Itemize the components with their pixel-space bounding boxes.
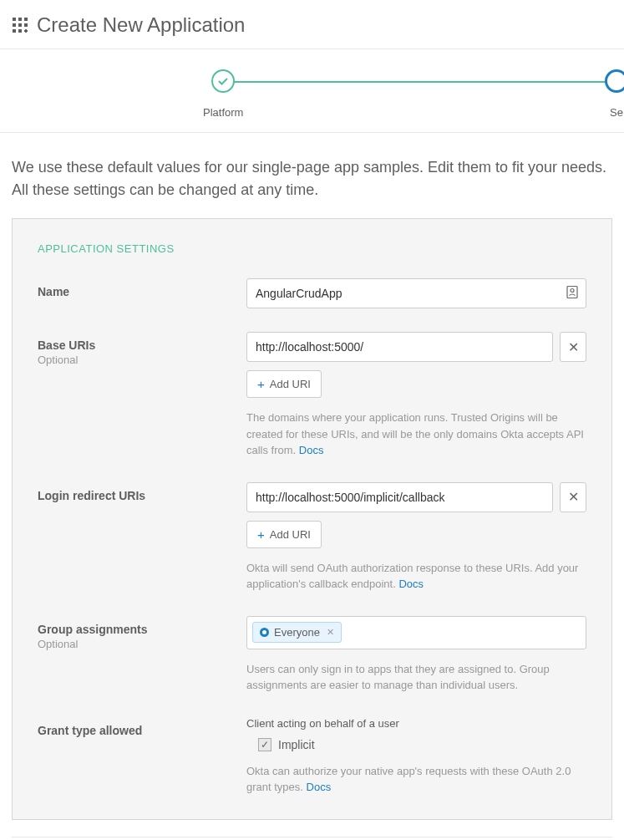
step-label: Platform xyxy=(203,106,243,119)
check-icon xyxy=(211,69,235,93)
plus-icon: + xyxy=(257,527,265,542)
checkbox-checked-icon[interactable]: ✓ xyxy=(258,738,271,751)
step-connector xyxy=(226,81,624,83)
sublabel-optional: Optional xyxy=(38,638,246,650)
svg-rect-6 xyxy=(13,29,16,33)
label-name: Name xyxy=(38,285,246,298)
plus-icon: + xyxy=(257,377,265,391)
wizard-footer: Previous Cancel Done xyxy=(12,837,612,841)
close-icon: ✕ xyxy=(568,489,579,505)
row-login-redirect: Login redirect URIs ✕ + Add URI Okta wil… xyxy=(38,482,586,593)
svg-rect-2 xyxy=(24,18,28,21)
group-chip-input[interactable]: Everyone ✕ xyxy=(246,616,586,649)
help-group-assignments: Users can only sign in to apps that they… xyxy=(246,661,586,694)
row-grant-type: Grant type allowed Client acting on beha… xyxy=(38,717,586,796)
add-base-uri-button[interactable]: + Add URI xyxy=(246,370,322,398)
step-settings: Se xyxy=(605,69,624,119)
help-base-uris: The domains where your application runs.… xyxy=(246,410,586,459)
row-base-uris: Base URIs Optional ✕ + Add URI The domai… xyxy=(38,332,586,459)
wizard-stepper: Platform Se xyxy=(0,49,624,133)
row-group-assignments: Group assignments Optional Everyone ✕ Us… xyxy=(38,616,586,694)
sublabel-optional: Optional xyxy=(38,354,246,366)
svg-rect-5 xyxy=(24,23,28,27)
login-redirect-input[interactable] xyxy=(246,482,553,512)
add-uri-label: Add URI xyxy=(270,378,311,390)
step-circle-active xyxy=(605,69,624,93)
svg-rect-7 xyxy=(18,29,22,33)
add-redirect-uri-button[interactable]: + Add URI xyxy=(246,521,322,548)
chip-everyone[interactable]: Everyone ✕ xyxy=(252,622,342,643)
label-group-assignments: Group assignments xyxy=(38,623,246,636)
svg-rect-0 xyxy=(13,18,16,21)
radio-dot-icon xyxy=(260,628,269,637)
page-title: Create New Application xyxy=(37,13,245,37)
svg-rect-3 xyxy=(13,23,16,27)
label-login-redirect: Login redirect URIs xyxy=(38,489,246,502)
docs-link[interactable]: Docs xyxy=(307,781,332,793)
base-uri-input[interactable] xyxy=(246,332,553,362)
docs-link[interactable]: Docs xyxy=(398,578,424,590)
step-platform: Platform xyxy=(203,69,243,119)
name-input[interactable] xyxy=(246,278,586,308)
svg-point-9 xyxy=(571,289,574,293)
row-name: Name xyxy=(38,278,586,308)
settings-panel: APPLICATION SETTINGS Name Base URIs Opti… xyxy=(12,218,612,820)
step-label: Se xyxy=(605,106,624,119)
svg-rect-1 xyxy=(18,18,22,21)
page-header: Create New Application xyxy=(0,0,624,49)
grant-heading: Client acting on behalf of a user xyxy=(246,717,586,730)
add-uri-label: Add URI xyxy=(270,528,311,541)
help-login-redirect: Okta will send OAuth authorization respo… xyxy=(246,560,586,593)
help-grant-type: Okta can authorize your native app's req… xyxy=(246,763,586,796)
chip-remove-icon[interactable]: ✕ xyxy=(327,627,334,638)
checkbox-implicit-row[interactable]: ✓ Implicit xyxy=(258,738,586,751)
apps-grid-icon xyxy=(12,17,28,33)
svg-rect-4 xyxy=(18,23,22,27)
label-base-uris: Base URIs xyxy=(38,339,246,352)
contact-card-icon xyxy=(566,286,578,302)
chip-label: Everyone xyxy=(274,626,320,639)
remove-uri-button[interactable]: ✕ xyxy=(560,332,586,362)
close-icon: ✕ xyxy=(568,339,579,355)
remove-redirect-button[interactable]: ✕ xyxy=(560,482,586,512)
checkbox-label: Implicit xyxy=(278,738,315,751)
label-grant-type: Grant type allowed xyxy=(38,724,246,737)
section-title: APPLICATION SETTINGS xyxy=(38,242,586,255)
docs-link[interactable]: Docs xyxy=(299,444,324,456)
intro-text: We use these default values for our sing… xyxy=(0,133,624,218)
